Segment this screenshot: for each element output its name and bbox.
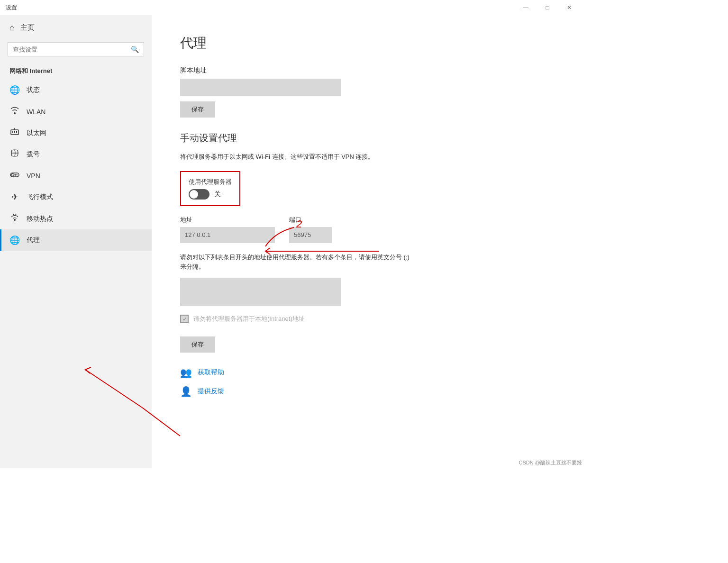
ethernet-icon xyxy=(9,128,20,138)
main-content: 代理 脚本地址 保存 手动设置代理 将代理服务器用于以太网或 Wi-Fi 连接。… xyxy=(152,15,586,468)
page-title: 代理 xyxy=(180,34,557,52)
section-title: 网络和 Internet xyxy=(0,62,152,79)
script-address-input[interactable] xyxy=(180,79,341,96)
intranet-checkbox-label: 请勿将代理服务器用于本地(Intranet)地址 xyxy=(193,315,305,323)
bottom-links: 👥 获取帮助 👤 提供反馈 xyxy=(180,367,557,397)
intranet-checkbox[interactable] xyxy=(180,315,189,323)
minimize-button[interactable]: — xyxy=(515,0,537,15)
watermark: CSDN @酸辣土豆丝不要辣 xyxy=(519,459,582,466)
svg-point-9 xyxy=(14,219,16,221)
script-save-button[interactable]: 保存 xyxy=(180,101,215,118)
hotspot-icon xyxy=(9,214,20,224)
feedback-label: 提供反馈 xyxy=(198,387,224,396)
manual-section-title: 手动设置代理 xyxy=(180,132,557,145)
proxy-toggle[interactable] xyxy=(189,189,209,200)
feedback-icon: 👤 xyxy=(180,386,192,397)
sidebar-label-airplane: 飞行模式 xyxy=(27,193,53,201)
search-box[interactable]: 🔍 xyxy=(8,42,144,56)
window-controls: — □ ✕ xyxy=(515,0,580,15)
sidebar-item-wlan[interactable]: WLAN xyxy=(0,101,152,122)
sidebar-label-proxy: 代理 xyxy=(27,236,40,245)
help-label: 获取帮助 xyxy=(198,368,224,377)
sidebar-item-proxy[interactable]: 🌐 代理 xyxy=(0,229,152,251)
port-field-group: 端口 xyxy=(289,216,332,243)
svg-rect-3 xyxy=(16,131,17,133)
toggle-container: 使用代理服务器 关 xyxy=(189,178,232,200)
address-input[interactable] xyxy=(180,227,275,243)
maximize-button[interactable]: □ xyxy=(537,0,558,15)
sidebar-item-airplane[interactable]: ✈ 飞行模式 xyxy=(0,186,152,208)
window-title: 设置 xyxy=(6,4,17,12)
sidebar-label-dialup: 拨号 xyxy=(27,150,40,159)
home-label: 主页 xyxy=(20,23,35,32)
address-label: 地址 xyxy=(180,216,275,224)
help-icon: 👥 xyxy=(180,367,192,378)
wlan-icon xyxy=(9,107,20,117)
sidebar-label-wlan: WLAN xyxy=(27,108,46,116)
svg-rect-1 xyxy=(12,131,13,133)
dialup-icon xyxy=(9,149,20,159)
status-icon: 🌐 xyxy=(9,85,20,95)
sidebar-item-hotspot[interactable]: 移动热点 xyxy=(0,208,152,229)
sidebar-item-home[interactable]: ⌂ 主页 xyxy=(0,15,152,40)
sidebar-label-hotspot: 移动热点 xyxy=(27,215,53,223)
vpn-icon xyxy=(9,171,20,181)
sidebar-item-dialup[interactable]: 拨号 xyxy=(0,144,152,165)
toggle-status: 关 xyxy=(214,190,221,199)
sidebar-label-vpn: VPN xyxy=(27,172,40,180)
app-container: ⌂ 主页 🔍 网络和 Internet 🌐 状态 WLAN xyxy=(0,15,586,468)
feedback-link[interactable]: 👤 提供反馈 xyxy=(180,386,557,397)
manual-description: 将代理服务器用于以太网或 Wi-Fi 连接。这些设置不适用于 VPN 连接。 xyxy=(180,152,557,162)
script-address-label: 脚本地址 xyxy=(180,66,557,75)
proxy-icon: 🌐 xyxy=(9,235,20,245)
intranet-checkbox-row[interactable]: 请勿将代理服务器用于本地(Intranet)地址 xyxy=(180,315,557,323)
sidebar-item-status[interactable]: 🌐 状态 xyxy=(0,79,152,101)
toggle-section-box: 使用代理服务器 关 xyxy=(180,171,240,206)
toggle-label: 使用代理服务器 xyxy=(189,178,232,186)
svg-point-6 xyxy=(12,174,14,176)
sidebar: ⌂ 主页 🔍 网络和 Internet 🌐 状态 WLAN xyxy=(0,15,152,468)
sidebar-label-ethernet: 以太网 xyxy=(27,129,46,137)
help-link[interactable]: 👥 获取帮助 xyxy=(180,367,557,378)
title-bar: 设置 — □ ✕ xyxy=(0,0,586,15)
sidebar-label-status: 状态 xyxy=(27,86,40,94)
address-port-row: 地址 端口 xyxy=(180,216,557,243)
sidebar-item-ethernet[interactable]: 以太网 xyxy=(0,122,152,144)
exclusion-textarea[interactable] xyxy=(180,278,341,306)
port-label: 端口 xyxy=(289,216,332,224)
toggle-row: 关 xyxy=(189,189,232,200)
airplane-icon: ✈ xyxy=(9,192,20,202)
svg-rect-2 xyxy=(14,131,15,133)
home-icon: ⌂ xyxy=(9,23,15,33)
address-field-group: 地址 xyxy=(180,216,275,243)
search-input[interactable] xyxy=(13,46,127,53)
exclusion-hint: 请勿对以下列表条目开头的地址使用代理服务器。若有多个条目，请使用英文分号 (;)… xyxy=(180,253,417,272)
sidebar-item-vpn[interactable]: VPN xyxy=(0,165,152,186)
port-input[interactable] xyxy=(289,227,332,243)
manual-save-button[interactable]: 保存 xyxy=(180,336,215,353)
check-mark xyxy=(182,317,187,321)
close-button[interactable]: ✕ xyxy=(558,0,580,15)
search-icon: 🔍 xyxy=(131,45,139,53)
toggle-knob xyxy=(190,190,198,199)
